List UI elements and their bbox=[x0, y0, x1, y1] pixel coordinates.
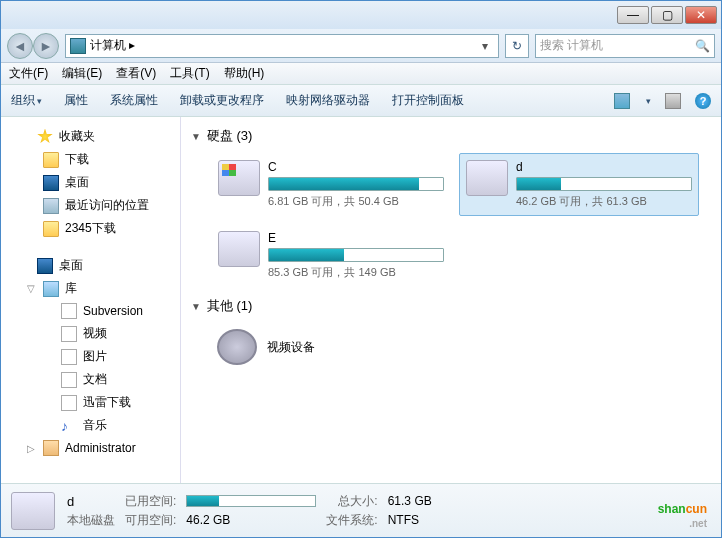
drive-item[interactable]: C6.81 GB 可用，共 50.4 GB bbox=[211, 153, 451, 216]
doc-icon bbox=[61, 349, 77, 365]
free-space-label: 可用空间: bbox=[125, 512, 176, 529]
tree-item[interactable]: 收藏夹 bbox=[1, 125, 180, 148]
drive-usage-bar bbox=[268, 177, 444, 191]
details-subtitle: 本地磁盘 bbox=[67, 512, 115, 529]
toolbar-item[interactable]: 映射网络驱动器 bbox=[286, 92, 370, 109]
tree-item[interactable]: ▽库 bbox=[1, 277, 180, 300]
drive-stats: 46.2 GB 可用，共 61.3 GB bbox=[516, 194, 692, 209]
collapse-icon: ▼ bbox=[191, 131, 201, 142]
sidebar: 收藏夹下载桌面最近访问的位置2345下载桌面▽库Subversion视频图片文档… bbox=[1, 117, 181, 483]
tree-item[interactable]: 桌面 bbox=[1, 254, 180, 277]
nav-back-button[interactable]: ◄ bbox=[7, 33, 33, 59]
total-size-label: 总大小: bbox=[326, 493, 377, 510]
doc-icon bbox=[61, 303, 77, 319]
refresh-button[interactable]: ↻ bbox=[505, 34, 529, 58]
user-icon bbox=[43, 440, 59, 456]
tree-item[interactable]: ♪音乐 bbox=[1, 414, 180, 437]
drive-icon bbox=[466, 160, 508, 196]
doc-icon bbox=[61, 395, 77, 411]
filesystem-value: NTFS bbox=[388, 513, 432, 527]
toolbar-item[interactable]: 系统属性 bbox=[110, 92, 158, 109]
drive-stats: 85.3 GB 可用，共 149 GB bbox=[268, 265, 444, 280]
tree-item[interactable]: 2345下载 bbox=[1, 217, 180, 240]
tree-item[interactable]: 迅雷下载 bbox=[1, 391, 180, 414]
tree-item[interactable]: 最近访问的位置 bbox=[1, 194, 180, 217]
other-device-label: 视频设备 bbox=[267, 339, 315, 356]
drive-usage-bar bbox=[516, 177, 692, 191]
used-space-bar bbox=[186, 495, 316, 507]
drive-icon bbox=[218, 231, 260, 267]
minimize-button[interactable]: — bbox=[617, 6, 649, 24]
star-icon bbox=[37, 129, 53, 145]
drive-name: d bbox=[516, 160, 692, 174]
camera-icon bbox=[217, 329, 257, 365]
tree-item[interactable]: ▷Administrator bbox=[1, 437, 180, 459]
free-space-value: 46.2 GB bbox=[186, 513, 316, 527]
recent-icon bbox=[43, 198, 59, 214]
search-input[interactable]: 搜索 计算机 bbox=[540, 37, 695, 54]
details-pane: d 已用空间: 总大小: 61.3 GB 本地磁盘 可用空间: 46.2 GB … bbox=[1, 483, 721, 537]
other-section-header[interactable]: ▼ 其他 (1) bbox=[191, 297, 711, 315]
folder-icon bbox=[43, 221, 59, 237]
address-bar[interactable]: 计算机 ▸ ▾ bbox=[65, 34, 499, 58]
search-box[interactable]: 搜索 计算机 🔍 bbox=[535, 34, 715, 58]
total-size-value: 61.3 GB bbox=[388, 494, 432, 508]
drive-stats: 6.81 GB 可用，共 50.4 GB bbox=[268, 194, 444, 209]
menu-item[interactable]: 编辑(E) bbox=[62, 65, 102, 82]
menu-item[interactable]: 查看(V) bbox=[116, 65, 156, 82]
maximize-button[interactable]: ▢ bbox=[651, 6, 683, 24]
monitor-icon bbox=[37, 258, 53, 274]
address-path: 计算机 ▸ bbox=[90, 37, 476, 54]
titlebar: — ▢ ✕ bbox=[1, 1, 721, 29]
lib-icon bbox=[43, 281, 59, 297]
drive-usage-bar bbox=[268, 248, 444, 262]
tree-item[interactable]: 图片 bbox=[1, 345, 180, 368]
folder-icon bbox=[43, 152, 59, 168]
tree-item[interactable]: Subversion bbox=[1, 300, 180, 322]
collapse-icon: ▼ bbox=[191, 301, 201, 312]
tree-item[interactable]: 下载 bbox=[1, 148, 180, 171]
other-device-item[interactable]: 视频设备 bbox=[211, 323, 711, 371]
address-row: ◄ ► 计算机 ▸ ▾ ↻ 搜索 计算机 🔍 bbox=[1, 29, 721, 63]
monitor-icon bbox=[43, 175, 59, 191]
drive-icon bbox=[11, 492, 55, 530]
drive-name: C bbox=[268, 160, 444, 174]
drive-item[interactable]: d46.2 GB 可用，共 61.3 GB bbox=[459, 153, 699, 216]
search-icon: 🔍 bbox=[695, 39, 710, 53]
toolbar-item[interactable]: 打开控制面板 bbox=[392, 92, 464, 109]
details-name: d bbox=[67, 494, 115, 509]
toolbar-item[interactable]: 卸载或更改程序 bbox=[180, 92, 264, 109]
toolbar-item[interactable]: 组织▾ bbox=[11, 92, 42, 109]
tree-item[interactable]: 视频 bbox=[1, 322, 180, 345]
hdd-section-header[interactable]: ▼ 硬盘 (3) bbox=[191, 127, 711, 145]
drive-icon bbox=[218, 160, 260, 196]
music-icon: ♪ bbox=[61, 418, 77, 434]
menubar: 文件(F)编辑(E)查看(V)工具(T)帮助(H) bbox=[1, 63, 721, 85]
address-dropdown[interactable]: ▾ bbox=[476, 39, 494, 53]
drive-name: E bbox=[268, 231, 444, 245]
drive-item[interactable]: E85.3 GB 可用，共 149 GB bbox=[211, 224, 451, 287]
toolbar: 组织▾属性系统属性卸载或更改程序映射网络驱动器打开控制面板 ▾ ? bbox=[1, 85, 721, 117]
filesystem-label: 文件系统: bbox=[326, 512, 377, 529]
tree-item[interactable]: 文档 bbox=[1, 368, 180, 391]
doc-icon bbox=[61, 326, 77, 342]
tree-item[interactable]: 桌面 bbox=[1, 171, 180, 194]
toolbar-item[interactable]: 属性 bbox=[64, 92, 88, 109]
close-button[interactable]: ✕ bbox=[685, 6, 717, 24]
menu-item[interactable]: 帮助(H) bbox=[224, 65, 265, 82]
preview-pane-icon[interactable] bbox=[665, 93, 681, 109]
menu-item[interactable]: 文件(F) bbox=[9, 65, 48, 82]
computer-icon bbox=[70, 38, 86, 54]
doc-icon bbox=[61, 372, 77, 388]
help-icon[interactable]: ? bbox=[695, 93, 711, 109]
view-options-icon[interactable] bbox=[614, 93, 630, 109]
content-pane: ▼ 硬盘 (3) C6.81 GB 可用，共 50.4 GBd46.2 GB 可… bbox=[181, 117, 721, 483]
used-space-label: 已用空间: bbox=[125, 493, 176, 510]
menu-item[interactable]: 工具(T) bbox=[170, 65, 209, 82]
nav-forward-button[interactable]: ► bbox=[33, 33, 59, 59]
